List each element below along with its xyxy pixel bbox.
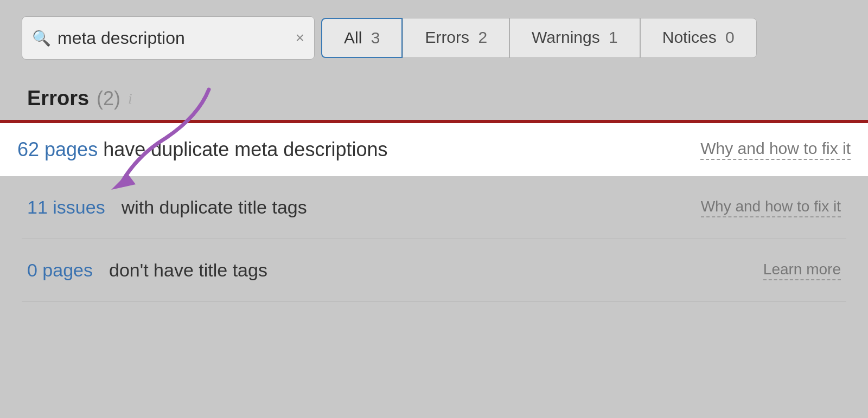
why-fix-button-2[interactable]: Why and how to fix it: [701, 198, 841, 217]
tab-errors[interactable]: Errors 2: [403, 18, 509, 58]
why-fix-button-1[interactable]: Why and how to fix it: [700, 139, 851, 160]
tab-notices-count: 0: [725, 28, 735, 46]
tab-errors-label: Errors: [425, 28, 469, 46]
tab-all-count: 3: [371, 29, 380, 47]
filter-tabs: All 3 Errors 2 Warnings 1 Notices 0: [321, 18, 757, 58]
row-description-no-title: don't have title tags: [109, 260, 267, 281]
tab-all[interactable]: All 3: [321, 18, 403, 58]
info-icon[interactable]: i: [128, 90, 132, 107]
tab-warnings-label: Warnings: [532, 28, 600, 46]
row-link-62-pages[interactable]: 62 pages: [17, 138, 98, 160]
tab-errors-count: 2: [478, 28, 487, 46]
errors-count: (2): [97, 87, 120, 110]
rows-container: 62 pages have duplicate meta description…: [22, 123, 846, 302]
top-bar: 🔍 meta description × All 3 Errors 2 Warn…: [22, 16, 846, 60]
learn-more-button[interactable]: Learn more: [763, 261, 841, 280]
tab-notices[interactable]: Notices 0: [640, 18, 757, 58]
tab-notices-label: Notices: [662, 28, 717, 46]
table-row[interactable]: 0 pages don't have title tags Learn more: [22, 239, 846, 302]
tab-warnings[interactable]: Warnings 1: [509, 18, 640, 58]
search-box[interactable]: 🔍 meta description ×: [22, 16, 315, 60]
search-icon: 🔍: [32, 29, 51, 47]
row-description-duplicate-meta: have duplicate meta descriptions: [98, 138, 387, 160]
errors-title: Errors: [27, 87, 89, 110]
search-value: meta description: [58, 28, 289, 48]
row-description-duplicate-title: with duplicate title tags: [122, 197, 307, 218]
errors-section-header: Errors (2) i: [22, 87, 846, 110]
tab-warnings-count: 1: [609, 28, 618, 46]
table-row[interactable]: 11 issues with duplicate title tags Why …: [22, 176, 846, 239]
clear-search-button[interactable]: ×: [296, 29, 304, 47]
row-link-0-pages[interactable]: 0 pages: [27, 260, 93, 281]
tab-all-label: All: [344, 29, 362, 47]
table-row[interactable]: 62 pages have duplicate meta description…: [0, 123, 868, 176]
row-link-11-issues[interactable]: 11 issues: [27, 197, 105, 218]
row-text-duplicate-meta: 62 pages have duplicate meta description…: [17, 138, 387, 161]
